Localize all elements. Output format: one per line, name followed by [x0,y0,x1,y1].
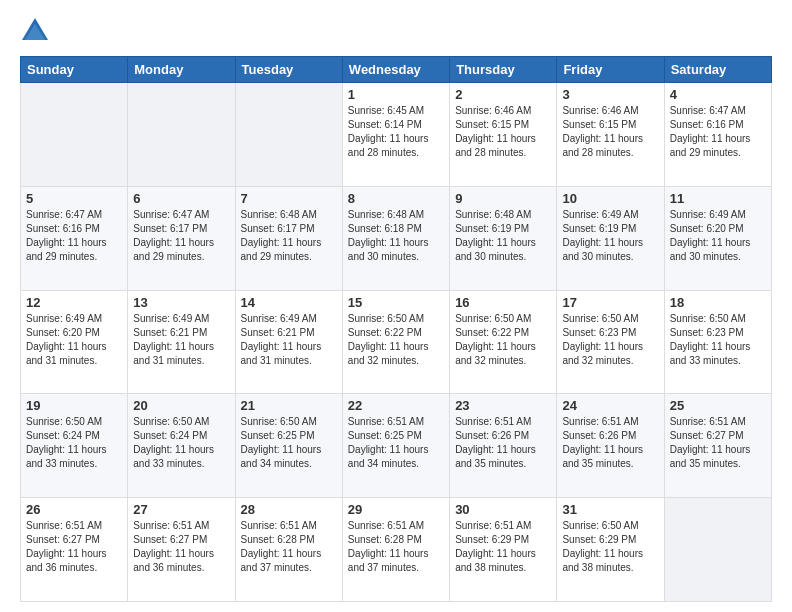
day-number: 31 [562,502,658,517]
day-number: 23 [455,398,551,413]
day-number: 19 [26,398,122,413]
calendar-cell: 17Sunrise: 6:50 AM Sunset: 6:23 PM Dayli… [557,290,664,394]
day-info: Sunrise: 6:51 AM Sunset: 6:28 PM Dayligh… [348,519,444,575]
day-number: 1 [348,87,444,102]
day-number: 21 [241,398,337,413]
day-of-week-header: Sunday [21,57,128,83]
calendar-cell: 22Sunrise: 6:51 AM Sunset: 6:25 PM Dayli… [342,394,449,498]
day-info: Sunrise: 6:47 AM Sunset: 6:16 PM Dayligh… [26,208,122,264]
calendar-week-row: 19Sunrise: 6:50 AM Sunset: 6:24 PM Dayli… [21,394,772,498]
day-number: 5 [26,191,122,206]
day-number: 3 [562,87,658,102]
day-info: Sunrise: 6:46 AM Sunset: 6:15 PM Dayligh… [562,104,658,160]
day-number: 29 [348,502,444,517]
day-number: 22 [348,398,444,413]
day-info: Sunrise: 6:50 AM Sunset: 6:22 PM Dayligh… [455,312,551,368]
day-number: 30 [455,502,551,517]
day-number: 9 [455,191,551,206]
day-number: 25 [670,398,766,413]
calendar-cell: 21Sunrise: 6:50 AM Sunset: 6:25 PM Dayli… [235,394,342,498]
day-of-week-header: Tuesday [235,57,342,83]
day-number: 11 [670,191,766,206]
calendar-cell: 11Sunrise: 6:49 AM Sunset: 6:20 PM Dayli… [664,186,771,290]
calendar-cell: 3Sunrise: 6:46 AM Sunset: 6:15 PM Daylig… [557,83,664,187]
calendar-cell: 15Sunrise: 6:50 AM Sunset: 6:22 PM Dayli… [342,290,449,394]
calendar-cell [21,83,128,187]
day-info: Sunrise: 6:50 AM Sunset: 6:29 PM Dayligh… [562,519,658,575]
day-info: Sunrise: 6:50 AM Sunset: 6:22 PM Dayligh… [348,312,444,368]
day-info: Sunrise: 6:46 AM Sunset: 6:15 PM Dayligh… [455,104,551,160]
day-info: Sunrise: 6:50 AM Sunset: 6:23 PM Dayligh… [562,312,658,368]
day-info: Sunrise: 6:51 AM Sunset: 6:27 PM Dayligh… [26,519,122,575]
day-info: Sunrise: 6:50 AM Sunset: 6:23 PM Dayligh… [670,312,766,368]
day-number: 20 [133,398,229,413]
day-info: Sunrise: 6:50 AM Sunset: 6:24 PM Dayligh… [26,415,122,471]
day-of-week-header: Monday [128,57,235,83]
day-number: 28 [241,502,337,517]
calendar-cell: 20Sunrise: 6:50 AM Sunset: 6:24 PM Dayli… [128,394,235,498]
logo-icon [20,16,50,46]
calendar-cell: 26Sunrise: 6:51 AM Sunset: 6:27 PM Dayli… [21,498,128,602]
day-info: Sunrise: 6:51 AM Sunset: 6:28 PM Dayligh… [241,519,337,575]
day-number: 12 [26,295,122,310]
calendar-header-row: SundayMondayTuesdayWednesdayThursdayFrid… [21,57,772,83]
day-number: 6 [133,191,229,206]
day-info: Sunrise: 6:47 AM Sunset: 6:16 PM Dayligh… [670,104,766,160]
day-info: Sunrise: 6:51 AM Sunset: 6:27 PM Dayligh… [670,415,766,471]
calendar-cell: 23Sunrise: 6:51 AM Sunset: 6:26 PM Dayli… [450,394,557,498]
calendar-cell: 4Sunrise: 6:47 AM Sunset: 6:16 PM Daylig… [664,83,771,187]
day-number: 18 [670,295,766,310]
day-of-week-header: Thursday [450,57,557,83]
calendar-cell: 25Sunrise: 6:51 AM Sunset: 6:27 PM Dayli… [664,394,771,498]
day-number: 24 [562,398,658,413]
day-number: 17 [562,295,658,310]
calendar-cell: 31Sunrise: 6:50 AM Sunset: 6:29 PM Dayli… [557,498,664,602]
day-number: 10 [562,191,658,206]
header [20,16,772,46]
day-info: Sunrise: 6:48 AM Sunset: 6:17 PM Dayligh… [241,208,337,264]
day-info: Sunrise: 6:48 AM Sunset: 6:18 PM Dayligh… [348,208,444,264]
calendar-cell: 19Sunrise: 6:50 AM Sunset: 6:24 PM Dayli… [21,394,128,498]
calendar-cell [664,498,771,602]
day-info: Sunrise: 6:51 AM Sunset: 6:27 PM Dayligh… [133,519,229,575]
calendar-cell: 8Sunrise: 6:48 AM Sunset: 6:18 PM Daylig… [342,186,449,290]
calendar-cell: 12Sunrise: 6:49 AM Sunset: 6:20 PM Dayli… [21,290,128,394]
day-info: Sunrise: 6:51 AM Sunset: 6:29 PM Dayligh… [455,519,551,575]
calendar-cell: 13Sunrise: 6:49 AM Sunset: 6:21 PM Dayli… [128,290,235,394]
calendar-cell: 5Sunrise: 6:47 AM Sunset: 6:16 PM Daylig… [21,186,128,290]
day-number: 13 [133,295,229,310]
day-info: Sunrise: 6:47 AM Sunset: 6:17 PM Dayligh… [133,208,229,264]
day-info: Sunrise: 6:49 AM Sunset: 6:20 PM Dayligh… [670,208,766,264]
calendar-cell: 6Sunrise: 6:47 AM Sunset: 6:17 PM Daylig… [128,186,235,290]
day-number: 27 [133,502,229,517]
calendar-cell: 24Sunrise: 6:51 AM Sunset: 6:26 PM Dayli… [557,394,664,498]
day-info: Sunrise: 6:50 AM Sunset: 6:25 PM Dayligh… [241,415,337,471]
day-number: 7 [241,191,337,206]
day-info: Sunrise: 6:51 AM Sunset: 6:26 PM Dayligh… [562,415,658,471]
calendar-cell: 30Sunrise: 6:51 AM Sunset: 6:29 PM Dayli… [450,498,557,602]
calendar-week-row: 26Sunrise: 6:51 AM Sunset: 6:27 PM Dayli… [21,498,772,602]
day-number: 16 [455,295,551,310]
day-number: 2 [455,87,551,102]
calendar-table: SundayMondayTuesdayWednesdayThursdayFrid… [20,56,772,602]
day-number: 14 [241,295,337,310]
day-number: 26 [26,502,122,517]
calendar-week-row: 5Sunrise: 6:47 AM Sunset: 6:16 PM Daylig… [21,186,772,290]
day-info: Sunrise: 6:49 AM Sunset: 6:19 PM Dayligh… [562,208,658,264]
day-info: Sunrise: 6:51 AM Sunset: 6:26 PM Dayligh… [455,415,551,471]
day-info: Sunrise: 6:49 AM Sunset: 6:20 PM Dayligh… [26,312,122,368]
day-info: Sunrise: 6:48 AM Sunset: 6:19 PM Dayligh… [455,208,551,264]
calendar-week-row: 12Sunrise: 6:49 AM Sunset: 6:20 PM Dayli… [21,290,772,394]
calendar-cell: 28Sunrise: 6:51 AM Sunset: 6:28 PM Dayli… [235,498,342,602]
day-number: 8 [348,191,444,206]
calendar-cell: 9Sunrise: 6:48 AM Sunset: 6:19 PM Daylig… [450,186,557,290]
calendar-cell: 2Sunrise: 6:46 AM Sunset: 6:15 PM Daylig… [450,83,557,187]
day-number: 4 [670,87,766,102]
calendar-cell [128,83,235,187]
calendar-cell: 18Sunrise: 6:50 AM Sunset: 6:23 PM Dayli… [664,290,771,394]
day-number: 15 [348,295,444,310]
page: SundayMondayTuesdayWednesdayThursdayFrid… [0,0,792,612]
calendar-cell: 14Sunrise: 6:49 AM Sunset: 6:21 PM Dayli… [235,290,342,394]
calendar-cell: 16Sunrise: 6:50 AM Sunset: 6:22 PM Dayli… [450,290,557,394]
calendar-cell: 1Sunrise: 6:45 AM Sunset: 6:14 PM Daylig… [342,83,449,187]
